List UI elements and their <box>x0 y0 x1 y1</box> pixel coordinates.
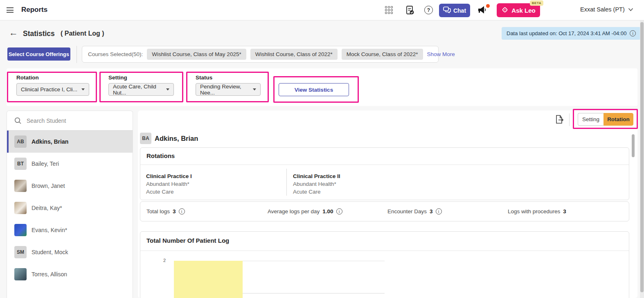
hamburger-menu-icon[interactable] <box>7 7 14 14</box>
search-icon <box>14 117 22 124</box>
ask-leo-label: Ask Leo <box>511 7 535 14</box>
caret-down-icon <box>166 88 169 90</box>
student-name: Brown, Janet <box>32 183 65 189</box>
rotation-name: Clinical Practice II <box>293 172 340 180</box>
stat-encounter-days: Encounter Days 3 i <box>383 208 503 214</box>
toggle-rotation-button[interactable]: Rotation <box>603 113 633 126</box>
announcements-megaphone-icon[interactable] <box>477 5 487 16</box>
rotation-dropdown-value: Clinical Practice I, Cli... <box>21 86 77 93</box>
divider <box>140 165 629 165</box>
chat-button-label: Chat <box>453 7 466 14</box>
search-student-input[interactable] <box>27 117 125 124</box>
student-name: Torres, Allison <box>32 271 67 278</box>
caret-down-icon <box>253 88 256 90</box>
student-row-torres[interactable]: Torres, Allison <box>7 263 133 285</box>
rotations-card <box>140 147 629 200</box>
y-axis-tick-2: 2 <box>163 258 166 263</box>
avatar-photo <box>14 180 27 192</box>
account-menu[interactable]: Exxat Sales (PT) <box>580 6 633 13</box>
data-last-updated-pill: Data last updated on: Oct 17, 2024 3:41 … <box>502 27 641 40</box>
divider <box>77 46 77 63</box>
courses-selected-bar: Courses Selected(50): Wishlist Course, C… <box>82 46 439 63</box>
caret-down-icon <box>81 88 85 90</box>
rotation-site: Abundant Health* <box>293 180 340 188</box>
student-row-brown[interactable]: Brown, Janet <box>7 175 133 197</box>
avatar-initials: SM <box>14 246 27 258</box>
page-scrollbar-thumb[interactable] <box>640 22 644 292</box>
avatar-initials: AB <box>14 135 27 148</box>
student-detail-initials: BA <box>140 133 151 144</box>
view-statistics-button[interactable]: View Statistics <box>279 83 349 96</box>
show-more-link[interactable]: Show More <box>427 51 455 57</box>
app-window: Reports ? Chat <box>0 0 644 298</box>
rotation-column-1: Clinical Practice I Abundant Health* Acu… <box>146 172 192 196</box>
stat-value: 3 <box>430 208 433 214</box>
student-row-bailey[interactable]: BT Bailey, Teri <box>7 153 133 175</box>
bar-patient-logs[interactable] <box>174 261 243 298</box>
rotation-filter-label: Rotation <box>16 74 39 81</box>
stat-label: Logs with procedures <box>508 208 560 214</box>
toggle-setting-button[interactable]: Setting <box>578 113 603 126</box>
beta-badge: BETA <box>530 0 543 6</box>
panel-scrollbar-thumb[interactable] <box>632 134 635 157</box>
select-course-offerings-button[interactable]: Select Course Offerings <box>7 47 70 61</box>
student-sidebar: AB Adkins, Brian BT Bailey, Teri Brown, … <box>7 111 133 298</box>
setting-filter-label: Setting <box>108 74 127 81</box>
app-title: Reports <box>21 6 47 14</box>
stat-label: Encounter Days <box>387 208 427 214</box>
course-chip: Mock Course, Class of 2022* <box>342 49 423 60</box>
student-name: Bailey, Teri <box>32 160 59 167</box>
rotation-site: Abundant Health* <box>146 180 192 188</box>
stat-logs-with-procedures: Logs with procedures 3 <box>503 208 566 214</box>
student-search-row <box>7 111 133 131</box>
info-icon[interactable]: i <box>436 208 442 214</box>
student-name: Student, Mock <box>32 249 68 255</box>
student-row-evans[interactable]: Evans, Kevin* <box>7 219 133 241</box>
stat-value: 3 <box>173 208 176 214</box>
chat-button[interactable]: Chat <box>439 4 470 17</box>
avatar-photo <box>14 202 27 214</box>
divider <box>140 251 629 251</box>
avatar-photo <box>14 268 27 280</box>
student-row-adkins[interactable]: AB Adkins, Brian <box>7 131 133 153</box>
help-icon[interactable]: ? <box>424 6 433 14</box>
student-row-deitra[interactable]: Deitra, Kay* <box>7 197 133 219</box>
stat-label: Average logs per day <box>268 208 320 214</box>
log-stats-card: Total logs 3 i Average logs per day 1.00… <box>140 201 629 221</box>
page-title: Statistics <box>23 29 55 38</box>
student-row-student-mock[interactable]: SM Student, Mock <box>7 241 133 263</box>
account-name: Exxat Sales (PT) <box>580 6 625 13</box>
courses-selected-label: Courses Selected(50): <box>88 51 143 57</box>
info-icon[interactable]: i <box>630 30 636 36</box>
tasks-doc-check-icon[interactable] <box>405 5 415 17</box>
setting-dropdown-value: Acute Care, Child Nut... <box>113 84 163 96</box>
rotation-column-2: Clinical Practice II Abundant Health* Ac… <box>293 172 340 196</box>
divider <box>286 169 287 196</box>
stat-label: Total logs <box>146 208 170 214</box>
divider <box>569 113 570 126</box>
avatar-initials: BT <box>14 158 27 170</box>
last-updated-text: Data last updated on: Oct 17, 2024 3:41 … <box>507 30 626 36</box>
stat-average-logs: Average logs per day 1.00 i <box>263 208 383 214</box>
setting-dropdown[interactable]: Acute Care, Child Nut... <box>108 83 174 96</box>
student-name: Deitra, Kay* <box>32 205 62 211</box>
info-icon[interactable]: i <box>179 208 185 214</box>
student-name: Evans, Kevin* <box>32 227 67 233</box>
info-icon[interactable]: i <box>336 208 342 214</box>
course-chip: Wishlist Course, Class of 2022* <box>250 49 338 60</box>
chevron-down-icon <box>628 8 633 11</box>
ask-leo-button[interactable]: Ask Leo BETA <box>497 3 540 17</box>
status-filter-label: Status <box>196 74 212 81</box>
stat-value: 1.00 <box>322 208 333 214</box>
page-subtitle: ( Patient Log ) <box>61 30 104 37</box>
rotation-setting: Acute Care <box>293 188 340 196</box>
back-button[interactable]: ← <box>9 28 18 37</box>
top-header <box>0 0 644 20</box>
course-chip: Wishlist Course, Class of May 2025* <box>147 49 246 60</box>
stat-total-logs: Total logs 3 i <box>140 208 263 214</box>
apps-grid-icon[interactable] <box>385 6 393 14</box>
status-dropdown[interactable]: Pending Review, Nee... <box>196 83 261 96</box>
export-icon[interactable] <box>554 114 564 126</box>
chart-title: Total Number Of Patient Log <box>146 237 229 244</box>
rotation-dropdown[interactable]: Clinical Practice I, Cli... <box>16 83 89 96</box>
